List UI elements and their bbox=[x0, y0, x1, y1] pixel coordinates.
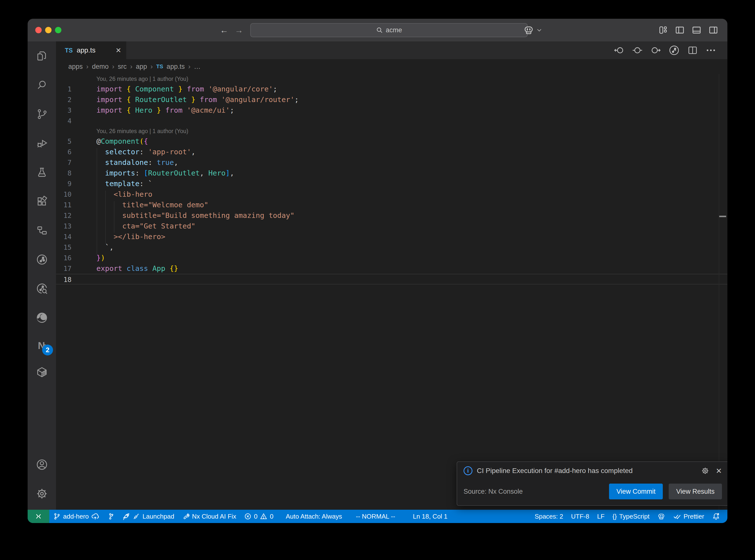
git-blame-row[interactable]: You, 26 minutes ago | 1 author (You) bbox=[56, 74, 728, 84]
git-blame-row[interactable]: You, 26 minutes ago | 1 author (You) bbox=[56, 126, 728, 136]
nx-graph-action-icon[interactable] bbox=[668, 44, 680, 56]
split-editor-icon[interactable] bbox=[687, 45, 698, 56]
code-line[interactable]: 14 ></lib-hero> bbox=[56, 232, 728, 242]
nav-location-circle-icon[interactable] bbox=[632, 45, 643, 56]
code-line[interactable]: 1import { Component } from '@angular/cor… bbox=[56, 84, 728, 94]
nx-cloud-status-item[interactable]: Nx Cloud AI Fix bbox=[178, 510, 240, 523]
editor-scrollbar[interactable] bbox=[719, 74, 728, 510]
notification-settings-icon[interactable] bbox=[701, 466, 709, 475]
indentation-status-item[interactable]: Spaces: 2 bbox=[531, 510, 567, 523]
encoding-status-item[interactable]: UTF-8 bbox=[567, 510, 593, 523]
auto-attach-status-item[interactable]: Auto Attach: Always bbox=[282, 510, 346, 523]
plug-icon bbox=[133, 513, 140, 520]
testing-icon[interactable] bbox=[27, 158, 56, 187]
source-control-graph-item[interactable] bbox=[103, 510, 118, 523]
line-number: 15 bbox=[56, 242, 72, 253]
nx-badge: 2 bbox=[42, 345, 53, 355]
nav-forward-circle-icon[interactable] bbox=[650, 45, 661, 56]
code-line[interactable]: 2import { RouterOutlet } from '@angular/… bbox=[56, 94, 728, 105]
more-actions-icon[interactable] bbox=[705, 45, 717, 56]
view-results-button[interactable]: View Results bbox=[669, 484, 722, 499]
code-line[interactable]: 18 bbox=[56, 274, 728, 284]
code-line[interactable]: 6 selector: 'app-root', bbox=[56, 147, 728, 157]
remote-icon bbox=[35, 513, 42, 520]
code-line[interactable]: 12 subtitle="Build something amazing tod… bbox=[56, 210, 728, 221]
close-window-button[interactable] bbox=[35, 27, 42, 33]
notification-title: CI Pipeline Execution for #add-hero has … bbox=[477, 467, 697, 475]
tab-close-icon[interactable]: ✕ bbox=[116, 46, 121, 55]
breadcrumb-item[interactable]: src bbox=[118, 63, 127, 71]
container-tools-icon[interactable] bbox=[27, 359, 56, 385]
eol-status-item[interactable]: LF bbox=[593, 510, 609, 523]
code-line[interactable]: 7 standalone: true, bbox=[56, 157, 728, 168]
code-editor[interactable]: You, 26 minutes ago | 1 author (You)1imp… bbox=[56, 74, 728, 510]
toggle-primary-sidebar-icon[interactable] bbox=[675, 25, 685, 35]
copilot-status-item[interactable] bbox=[653, 510, 669, 523]
code-line[interactable]: 13 cta="Get Started" bbox=[56, 221, 728, 232]
problems-status-item[interactable]: 0 0 bbox=[240, 510, 277, 523]
copilot-icon[interactable] bbox=[523, 25, 534, 36]
remote-indicator[interactable] bbox=[27, 510, 49, 523]
notification-toast: i CI Pipeline Execution for #add-hero ha… bbox=[457, 461, 728, 506]
cursor-position-status-item[interactable]: Ln 18, Col 1 bbox=[409, 510, 452, 523]
branch-status-item[interactable]: add-hero bbox=[49, 510, 103, 523]
line-number: 18 bbox=[56, 274, 72, 284]
launchpad-status-item[interactable]: Launchpad bbox=[118, 510, 178, 523]
source-control-icon[interactable] bbox=[27, 100, 56, 129]
edge-browser-icon[interactable] bbox=[27, 303, 56, 332]
notification-close-icon[interactable]: ✕ bbox=[716, 466, 722, 475]
extensions-icon[interactable] bbox=[27, 187, 56, 216]
tab-app-ts[interactable]: TS app.ts ✕ bbox=[56, 41, 126, 59]
code-line[interactable]: 4 bbox=[56, 116, 728, 126]
history-back-icon[interactable]: ← bbox=[220, 25, 228, 35]
run-debug-icon[interactable] bbox=[27, 129, 56, 158]
line-number: 8 bbox=[56, 168, 72, 178]
code-line[interactable]: 17export class App {} bbox=[56, 263, 728, 274]
chevron-down-icon[interactable] bbox=[536, 27, 542, 33]
code-line[interactable]: 5@Component({ bbox=[56, 136, 728, 147]
toggle-panel-icon[interactable] bbox=[691, 25, 702, 35]
vim-mode-status-item[interactable]: -- NORMAL -- bbox=[352, 510, 399, 523]
project-flowchart-icon[interactable] bbox=[27, 216, 56, 245]
breadcrumb-item[interactable]: app.ts bbox=[167, 63, 185, 71]
history-forward-icon[interactable]: → bbox=[235, 25, 243, 35]
nx-console-icon[interactable]: N› 2 bbox=[27, 332, 56, 359]
bell-icon bbox=[712, 513, 720, 520]
code-line[interactable]: 9 template: ` bbox=[56, 178, 728, 189]
error-icon bbox=[244, 513, 252, 520]
nx-graph-search-icon[interactable] bbox=[27, 274, 56, 303]
line-number: 9 bbox=[56, 178, 72, 189]
code-line[interactable]: 11 title="Welcmoe demo" bbox=[56, 200, 728, 210]
code-line[interactable]: 8 imports: [RouterOutlet, Hero], bbox=[56, 168, 728, 178]
notification-source: Source: Nx Console bbox=[463, 488, 609, 495]
line-number: 3 bbox=[56, 105, 72, 116]
account-icon[interactable] bbox=[27, 450, 56, 479]
view-commit-button[interactable]: View Commit bbox=[609, 484, 663, 499]
code-line[interactable]: 15 `, bbox=[56, 242, 728, 253]
line-number: 10 bbox=[56, 189, 72, 200]
command-center-search[interactable]: acme bbox=[250, 23, 528, 37]
code-line[interactable]: 16}) bbox=[56, 253, 728, 263]
customize-layout-icon[interactable] bbox=[658, 25, 668, 35]
language-status-item[interactable]: {} TypeScript bbox=[609, 510, 653, 523]
nav-back-circle-icon[interactable] bbox=[614, 45, 625, 56]
code-text: }) bbox=[72, 253, 105, 263]
notifications-status-item[interactable] bbox=[708, 510, 724, 523]
breadcrumb-item[interactable]: demo bbox=[92, 63, 109, 71]
code-line[interactable]: 10 <lib-hero bbox=[56, 189, 728, 200]
minimize-window-button[interactable] bbox=[45, 27, 52, 33]
explorer-icon[interactable] bbox=[27, 41, 56, 71]
toggle-secondary-sidebar-icon[interactable] bbox=[708, 25, 718, 35]
code-text: <lib-hero bbox=[72, 189, 152, 200]
code-line[interactable]: 3import { Hero } from '@acme/ui'; bbox=[56, 105, 728, 116]
settings-gear-icon[interactable] bbox=[27, 479, 56, 508]
formatter-status-item[interactable]: Prettier bbox=[669, 510, 708, 523]
breadcrumb-item[interactable]: app bbox=[136, 63, 147, 71]
breadcrumb-item[interactable]: apps bbox=[68, 63, 83, 71]
warning-icon bbox=[260, 513, 267, 520]
nx-graph-icon[interactable] bbox=[27, 245, 56, 274]
breadcrumb-item[interactable]: … bbox=[194, 63, 201, 71]
search-sidebar-icon[interactable] bbox=[27, 71, 56, 100]
code-text: selector: 'app-root', bbox=[72, 147, 196, 157]
maximize-window-button[interactable] bbox=[55, 27, 61, 33]
